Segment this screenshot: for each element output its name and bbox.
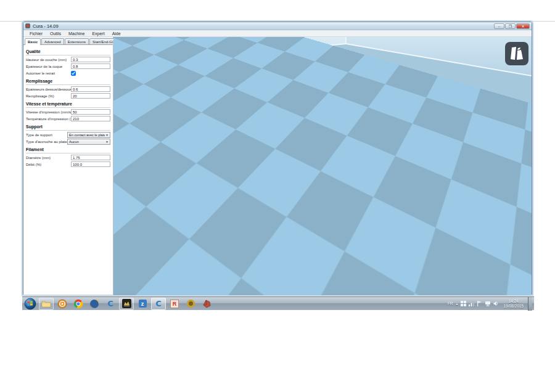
clock-date: 19/08/2015 <box>503 304 524 309</box>
setting-row: Type de support En contact avec le plate… <box>26 132 110 137</box>
tab-advanced[interactable]: Advanced <box>41 38 64 44</box>
taskbar-item-explorer[interactable] <box>39 298 54 310</box>
layer-height-input[interactable] <box>71 57 110 62</box>
platform-adhesion-select[interactable]: Aucun ▼ <box>67 139 110 145</box>
setting-row: Autoriser le retrait <box>26 70 110 76</box>
taskbar-item-chrome[interactable] <box>71 298 86 310</box>
retraction-checkbox[interactable] <box>71 71 76 76</box>
menubar: Fichier Outils Machine Expert Aide <box>23 30 532 37</box>
view-mode-button[interactable] <box>505 42 528 65</box>
layer-height-label: Hauteur de couche (mm) <box>26 58 67 62</box>
top-bottom-thickness-input[interactable] <box>71 86 110 92</box>
taskbar-item-gold-app[interactable] <box>183 298 198 310</box>
support-type-value: En contact avec le plateau <box>69 133 105 137</box>
menu-expert[interactable]: Expert <box>88 30 108 37</box>
show-desktop-button[interactable] <box>528 297 532 311</box>
minimize-button[interactable]: – <box>494 23 504 29</box>
top-bottom-thickness-label: Epaisseurs dessus/dessous (mm) <box>26 88 71 91</box>
menu-fichier[interactable]: Fichier <box>26 30 46 37</box>
setting-row: Débit (%) <box>26 161 110 167</box>
cura-icon: C <box>155 299 162 308</box>
estimate-material: 4.00 meter 12 gram <box>126 74 224 80</box>
firefox-icon <box>89 299 99 309</box>
flag-icon[interactable] <box>477 301 482 306</box>
maximize-button[interactable]: ❐ <box>505 23 516 29</box>
wall-right <box>346 37 532 76</box>
start-button[interactable] <box>24 298 36 310</box>
section-speed-temp: Vitesse et température <box>26 102 110 108</box>
save-toolpath-icon <box>154 46 168 61</box>
close-button[interactable]: ✕ <box>516 23 530 29</box>
support-type-label: Type de support <box>26 133 52 137</box>
support-type-select[interactable]: En contact avec le plateau ▼ <box>67 132 110 138</box>
tabstrip: Basic Advanced Extensions Start/End-GCod… <box>23 37 113 45</box>
taskbar: C z C R FR ▲ <box>22 296 534 310</box>
menu-machine[interactable]: Machine <box>65 30 88 37</box>
taskbar-item-media-player[interactable] <box>55 298 70 310</box>
notification-text: You can now eject the card. <box>290 287 347 293</box>
setting-row: Type d'accroche au plateau Aucun ▼ <box>26 139 110 144</box>
print-temp-input[interactable] <box>71 116 110 121</box>
print-speed-label: Vitesse d'impression (mm/s) <box>26 110 71 114</box>
z-app-icon: z <box>139 300 147 308</box>
media-player-icon <box>57 299 67 309</box>
taskbar-item-r-app[interactable]: R <box>167 298 182 310</box>
load-model-button[interactable] <box>121 42 144 65</box>
setting-row: Remplissage (%) <box>26 93 110 99</box>
hidden-icons-button[interactable]: ▲ <box>456 302 459 306</box>
folder-icon <box>41 299 51 309</box>
shell-thickness-label: Epaisseur de la coque <box>26 65 62 68</box>
clock-time: 14:24 <box>503 299 524 304</box>
signal-icon[interactable] <box>469 301 474 306</box>
filament-diameter-input[interactable] <box>71 155 110 160</box>
taskbar-item-blue-c-app[interactable]: C <box>103 298 118 310</box>
tab-extensions[interactable]: Extensions <box>65 38 89 44</box>
grid-icon[interactable] <box>461 301 466 306</box>
system-tray: FR ▲ 14:24 19/08/2015 <box>448 297 533 310</box>
tab-basic[interactable]: Basic <box>25 38 41 45</box>
chrome-icon <box>73 299 83 309</box>
youmagine-icon: YM <box>183 49 195 59</box>
chevron-down-icon: ▼ <box>105 133 109 137</box>
setting-row: Epaisseurs dessus/dessous (mm) <box>26 86 110 92</box>
menu-aide[interactable]: Aide <box>109 30 125 37</box>
platform-adhesion-value: Aucun <box>69 140 79 144</box>
clock[interactable]: 14:24 19/08/2015 <box>501 299 525 309</box>
flow-input[interactable] <box>71 161 110 167</box>
platform-adhesion-label: Type d'accroche au plateau <box>26 140 67 144</box>
section-fill: Remplissage <box>26 79 110 85</box>
network-icon[interactable] <box>485 301 491 306</box>
fill-density-input[interactable] <box>71 93 110 99</box>
taskbar-item-dark-app[interactable] <box>119 298 134 310</box>
save-toolpath-button[interactable] <box>149 42 173 65</box>
viewport-3d[interactable]: YM 51 minutes 4.00 meter 12 gram 6.08 Yo… <box>113 37 532 295</box>
youmagine-button[interactable]: YM <box>178 42 201 65</box>
language-indicator[interactable]: FR <box>448 301 453 306</box>
print-speed-input[interactable] <box>71 109 110 115</box>
speaker-icon[interactable] <box>493 301 499 306</box>
flow-label: Débit (%) <box>26 163 41 166</box>
taskbar-item-cura[interactable]: C <box>151 298 166 310</box>
taskbar-item-mesh-app[interactable] <box>199 298 214 310</box>
filament-diameter-label: Diamètre (mm) <box>26 156 51 160</box>
gold-ring-icon <box>187 300 195 308</box>
setting-row: Hauteur de couche (mm) <box>26 57 110 62</box>
estimate-cost: 6.08 <box>126 80 224 86</box>
window-title: Cura - 14.09 <box>33 23 494 29</box>
menu-outils[interactable]: Outils <box>46 30 65 37</box>
settings-panel: Basic Advanced Extensions Start/End-GCod… <box>23 37 113 295</box>
fill-density-label: Remplissage (%) <box>26 94 54 98</box>
titlebar[interactable]: Cura - 14.09 – ❐ ✕ <box>23 22 532 30</box>
chevron-down-icon: ▼ <box>105 140 109 144</box>
taskbar-item-firefox[interactable] <box>87 298 102 310</box>
shell-thickness-input[interactable] <box>71 63 110 69</box>
print-estimate: 51 minutes 4.00 meter 12 gram 6.08 <box>126 68 224 86</box>
app-icon <box>25 23 30 28</box>
section-quality: Qualité <box>26 49 110 55</box>
estimate-time: 51 minutes <box>126 68 224 74</box>
setting-row: Vitesse d'impression (mm/s) <box>26 109 110 115</box>
notification-close-button[interactable]: X <box>352 287 355 293</box>
mesh-app-icon <box>202 299 212 308</box>
taskbar-item-z-app[interactable]: z <box>135 298 150 310</box>
view-mode-icon <box>509 46 525 62</box>
